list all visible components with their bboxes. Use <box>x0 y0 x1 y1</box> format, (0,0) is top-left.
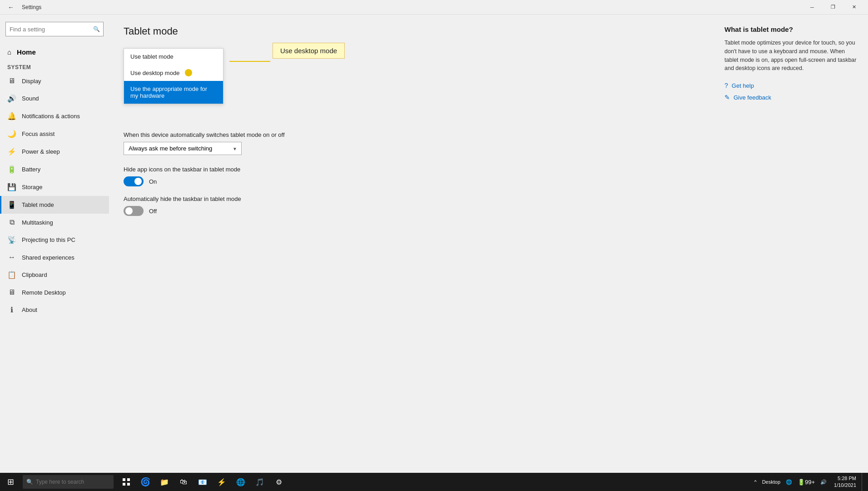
dropdown-item-desktop[interactable]: Use desktop mode <box>124 65 223 81</box>
hide-icons-section: Hide app icons on the taskbar in tablet … <box>124 166 699 186</box>
sidebar: 🔍 ⌂ Home System 🖥 Display 🔊 Sound 🔔 Noti… <box>0 15 109 473</box>
taskbar-search[interactable]: 🔍 <box>23 475 114 489</box>
sidebar-item-label: Sound <box>22 95 39 102</box>
hide-icons-label: Hide app icons on the taskbar in tablet … <box>124 166 699 173</box>
sidebar-item-about[interactable]: ℹ About <box>0 301 109 319</box>
task-view-button[interactable] <box>117 473 135 491</box>
projecting-icon: 📡 <box>7 235 16 244</box>
store-button[interactable]: 🛍 <box>174 473 193 491</box>
dropdown-item-tablet[interactable]: Use tablet mode <box>124 49 223 65</box>
auto-hide-toggle[interactable] <box>124 206 144 216</box>
dropdown-item-appropriate[interactable]: Use the appropriate mode for my hardware <box>124 81 223 104</box>
sidebar-item-label: Display <box>22 78 41 85</box>
sound-icon: 🔊 <box>7 94 16 103</box>
sidebar-item-label: Projecting to this PC <box>22 236 75 243</box>
sidebar-item-battery[interactable]: 🔋 Battery <box>0 160 109 178</box>
auto-hide-toggle-row: Off <box>124 206 699 216</box>
minimize-button[interactable]: ─ <box>802 0 823 15</box>
get-help-link[interactable]: ? Get help <box>724 82 857 89</box>
sidebar-item-label: Shared experiences <box>22 254 74 261</box>
sidebar-search: 🔍 <box>5 22 104 36</box>
mode-dropdown[interactable]: Use tablet mode Use desktop mode Use the… <box>124 48 223 104</box>
titlebar-left: ← Settings <box>4 0 41 15</box>
sidebar-item-power[interactable]: ⚡ Power & sleep <box>0 143 109 160</box>
app1-button[interactable]: 📧 <box>193 473 212 491</box>
sidebar-item-shared[interactable]: ↔ Shared experiences <box>0 249 109 266</box>
right-panel-title: What is tablet mode? <box>724 25 857 33</box>
sidebar-item-sound[interactable]: 🔊 Sound <box>0 90 109 107</box>
sidebar-item-projecting[interactable]: 📡 Projecting to this PC <box>0 231 109 249</box>
close-button[interactable]: ✕ <box>843 0 864 15</box>
home-label: Home <box>17 48 36 56</box>
sidebar-item-focus[interactable]: 🌙 Focus assist <box>0 125 109 143</box>
app2-button[interactable]: ⚡ <box>213 473 231 491</box>
tooltip-text: Use desktop mode <box>280 47 337 55</box>
sidebar-item-label: Clipboard <box>22 271 47 278</box>
tray-desktop-label: Desktop <box>760 479 782 485</box>
start-button[interactable]: ⊞ <box>0 473 21 491</box>
auto-hide-toggle-label: Off <box>149 208 157 215</box>
tooltip-box: Use desktop mode <box>273 43 345 59</box>
app3-button[interactable]: 🌐 <box>232 473 250 491</box>
app4-button[interactable]: 🎵 <box>251 473 269 491</box>
clock-time: 5:28 PM <box>834 475 856 482</box>
sidebar-item-label: Storage <box>22 184 43 190</box>
tablet-icon: 📱 <box>7 200 16 209</box>
tray-network[interactable]: 🌐 <box>784 479 794 485</box>
main-content: Tablet mode Use tablet mode Use desktop … <box>109 15 714 473</box>
restore-button[interactable]: ❐ <box>823 0 843 15</box>
right-panel-description: Tablet mode optimizes your device for to… <box>724 39 857 73</box>
multitasking-icon: ⧉ <box>7 218 16 226</box>
focus-icon: 🌙 <box>7 130 16 138</box>
switch-select[interactable]: Always ask me before switching Don't ask… <box>124 142 242 155</box>
home-icon: ⌂ <box>7 48 11 56</box>
edge-button[interactable]: 🌀 <box>136 473 154 491</box>
search-input[interactable] <box>5 22 104 36</box>
cursor-dot <box>185 69 192 76</box>
taskbar-search-icon: 🔍 <box>26 479 33 485</box>
sidebar-item-tablet[interactable]: 📱 Tablet mode <box>0 196 109 214</box>
feedback-label: Give feedback <box>734 94 771 101</box>
tooltip-line <box>229 61 270 62</box>
page-title: Tablet mode <box>124 25 699 37</box>
sidebar-item-label: Focus assist <box>22 130 55 137</box>
svg-rect-1 <box>127 478 130 481</box>
titlebar-title: Settings <box>22 4 41 10</box>
sidebar-item-display[interactable]: 🖥 Display <box>0 72 109 90</box>
sidebar-home[interactable]: ⌂ Home <box>0 44 109 60</box>
taskbar: ⊞ 🔍 🌀 📁 🛍 📧 ⚡ 🌐 🎵 ⚙ ^ Desktop 🌐 🔋99+ 🔊 5… <box>0 473 868 491</box>
tray-overflow[interactable]: ^ <box>752 479 758 485</box>
svg-rect-0 <box>123 478 125 481</box>
sidebar-item-remote[interactable]: 🖥 Remote Desktop <box>0 284 109 301</box>
sidebar-item-multitasking[interactable]: ⧉ Multitasking <box>0 214 109 231</box>
hide-icons-toggle[interactable] <box>124 176 144 186</box>
right-panel: What is tablet mode? Tablet mode optimiz… <box>714 15 868 473</box>
display-icon: 🖥 <box>7 77 16 85</box>
switch-section: When this device automatically switches … <box>124 131 699 166</box>
notifications-icon: 🔔 <box>7 112 16 120</box>
titlebar: ← Settings ─ ❐ ✕ <box>0 0 868 15</box>
sidebar-item-clipboard[interactable]: 📋 Clipboard <box>0 266 109 284</box>
power-icon: ⚡ <box>7 147 16 156</box>
explorer-button[interactable]: 📁 <box>155 473 174 491</box>
feedback-link[interactable]: ✎ Give feedback <box>724 94 857 101</box>
get-help-label: Get help <box>732 82 754 89</box>
sidebar-item-storage[interactable]: 💾 Storage <box>0 178 109 196</box>
dropdown-item-desktop-label: Use desktop mode <box>130 70 179 76</box>
show-desktop-button[interactable] <box>862 473 864 491</box>
sidebar-item-label: About <box>22 306 37 313</box>
sidebar-item-notifications[interactable]: 🔔 Notifications & actions <box>0 107 109 125</box>
battery-icon: 🔋 <box>7 165 16 174</box>
app5-button[interactable]: ⚙ <box>270 473 288 491</box>
feedback-icon: ✎ <box>724 94 730 101</box>
sidebar-section-title: System <box>0 60 109 72</box>
tray-battery[interactable]: 🔋99+ <box>796 479 817 486</box>
back-button[interactable]: ← <box>4 0 18 15</box>
sidebar-item-label: Multitasking <box>22 219 53 226</box>
taskbar-search-input[interactable] <box>36 479 99 485</box>
toggle-thumb <box>125 207 133 215</box>
hide-icons-toggle-label: On <box>149 178 157 185</box>
taskbar-clock[interactable]: 5:28 PM 1/10/2021 <box>830 475 860 489</box>
tray-volume[interactable]: 🔊 <box>818 479 828 485</box>
sidebar-item-label: Remote Desktop <box>22 289 66 296</box>
